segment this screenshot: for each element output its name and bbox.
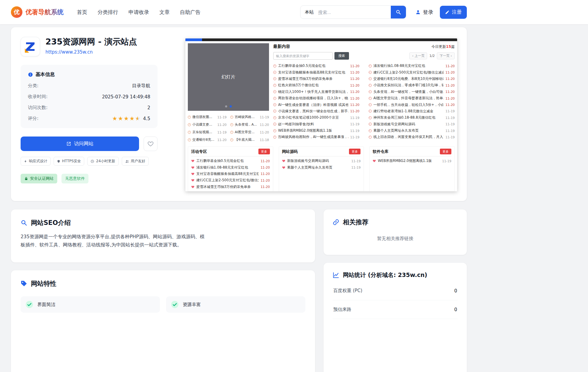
shield-icon xyxy=(57,160,60,163)
stat-label: 百度权重 (PC) xyxy=(333,288,362,294)
preview-article-item: 赵一鸣签到抽零食/饮料 11-19 xyxy=(273,121,360,127)
search-button[interactable] xyxy=(391,5,406,19)
preview-article-item: 蜜雪冰城雪王币抽3万份奶茶免单券 11-20 xyxy=(273,76,360,82)
heart-icon xyxy=(191,179,194,182)
link-dot-icon xyxy=(230,138,233,141)
heart-icon xyxy=(148,141,154,147)
favorite-button[interactable] xyxy=(144,137,158,151)
tag-label: 用户友好 xyxy=(131,159,145,164)
mini-link-text: 宫崎骏风格... xyxy=(235,115,258,119)
article-dot-icon xyxy=(273,97,276,100)
preview-article-item: 两款靠谱全自动游戏搬砖项目，日入1k+，稳... 11-20 xyxy=(273,95,360,101)
article-dot-icon xyxy=(273,90,276,93)
article-date: 11-19 xyxy=(445,129,455,133)
preview-article-item: 小说推文实拍玩法，零成本零门槛10元/单，轻... 11-20 xyxy=(369,82,455,88)
preview-article-item: 红色火箭抽3万个微信红包 11-20 xyxy=(273,82,360,88)
article-title: 支付宝语音唤醒服务抽最高88元支付宝红包 xyxy=(278,70,348,75)
visit-site-button[interactable]: 访问网站 xyxy=(21,137,139,151)
register-button[interactable]: 注册 xyxy=(440,6,467,19)
article-title: 赵一鸣签到抽零食/饮料 xyxy=(278,122,348,127)
slideshow-dot-active xyxy=(230,105,232,107)
software-title: WEB界面RMBG2.0抠图离线1.1版 xyxy=(378,159,440,163)
preview-activity-item: 支付宝语音唤醒服务抽最高88元支付宝红包 11-20 xyxy=(191,171,270,177)
article-dot-icon xyxy=(273,84,276,87)
info-row: 收录时间: 2025-07-29 14:49:48 xyxy=(28,94,150,100)
tag-https: HTTPS安全 xyxy=(54,157,84,166)
info-rows: 分类: 目录导航 收录时间: 2025-07-29 14:49:48 访问次数:… xyxy=(28,83,150,110)
source-date: 11-19 xyxy=(351,166,361,169)
article-dot-icon xyxy=(273,64,276,67)
article-dot-icon xyxy=(273,103,276,106)
activity-title: 支付宝语音唤醒服务抽最高88元支付宝红包 xyxy=(196,172,259,176)
article-title: 交通银行8充10元电费、和8充10元中国移动话费 xyxy=(374,77,444,81)
site-features-card: 网站特性 界面简洁 资源丰富 xyxy=(11,270,315,372)
link-dot-icon xyxy=(188,123,191,126)
mini-link-text: 小说爆文赛... xyxy=(192,122,216,127)
lock-icon xyxy=(24,177,28,181)
article-dot-icon xyxy=(273,110,276,113)
nav-link[interactable]: 文章 xyxy=(159,9,170,16)
article-date: 11-20 xyxy=(350,97,360,100)
preview-search-button: 搜索 xyxy=(334,52,349,60)
latest-list-col2: 浦发银行抽1.08-88元支付宝红包 11-20 建行CC豆上架2-500元支付… xyxy=(369,63,455,140)
article-title: 两款靠谱全自动游戏搬砖项目，日入1k+，稳... xyxy=(278,96,348,100)
nav-right-group: 本站 登录 注册 xyxy=(300,5,467,19)
search-icon xyxy=(396,9,401,15)
preview-article-item: 头条变现，AI一键改写，一键查重，小白可做... 11-20 xyxy=(369,89,455,95)
info-icon xyxy=(28,72,33,77)
search-input[interactable] xyxy=(318,6,391,18)
article-title: 宫崎骏风格动画制作，AI一键生成流量暴涨，... xyxy=(278,135,348,139)
article-title: 一部手机，当天出收益，轻松日入5张+，小白... xyxy=(374,103,444,107)
preview-article-item: 浦发银行抽1.08-88元支付宝红包 11-20 xyxy=(369,63,455,69)
article-dot-icon xyxy=(369,129,372,132)
preview-article-item: WEB界面RMBG2.0抠图离线1.1版 11-19 xyxy=(273,127,360,134)
article-date: 11-20 xyxy=(445,90,455,94)
info-row-value: 2025-07-29 14:49:48 xyxy=(102,94,150,100)
tag-label: 24小时更新 xyxy=(96,159,115,164)
register-label: 注册 xyxy=(452,9,462,15)
software-date: 11-19 xyxy=(442,159,452,163)
feature-tags: 响应式设计 HTTPS安全 24小时更新 用户友好 xyxy=(21,157,158,166)
heart-icon xyxy=(191,159,194,163)
slideshow-dots xyxy=(225,105,232,107)
article-title: AI一键生成全套赛道（法律）科普视频 或其他赛... xyxy=(278,103,348,107)
tag-responsive: 响应式设计 xyxy=(21,157,51,166)
login-link[interactable]: 登录 xyxy=(415,9,433,16)
nav-link[interactable]: 首页 xyxy=(77,9,87,16)
brand-logo[interactable]: 优 优著导航系统 xyxy=(11,6,64,18)
article-title: 红色火箭抽3万个微信红包 xyxy=(278,83,348,87)
link-dot-icon xyxy=(188,138,191,141)
preview-source-item: 素颜个人主页网址永久发布页 11-19 xyxy=(282,164,361,170)
source-title: 新版游戏账号交易网站源码 xyxy=(287,159,350,163)
stats-heading: 网站统计 (分析域名: 235w.cn) xyxy=(343,271,427,279)
article-date: 11-20 xyxy=(350,84,360,87)
heart-icon xyxy=(282,166,285,169)
preview-article-item: 京东小红书发笔记领1000-2000个京豆 11-19 xyxy=(273,114,360,121)
article-date: 11-20 xyxy=(350,64,360,68)
basic-info-heading: 基本信息 xyxy=(35,71,55,78)
mini-link-date: 11-20 xyxy=(217,138,227,142)
site-preview-screenshot[interactable]: 幻灯片 微信朋友圈... xyxy=(185,38,457,191)
site-url-link[interactable]: https://www.235w.cn xyxy=(45,49,93,55)
activity-date: 11-20 xyxy=(261,166,270,169)
info-row: 访问次数: 2 xyxy=(28,105,150,110)
site-logo xyxy=(21,37,40,56)
brand-badge-icon: 优 xyxy=(11,6,22,18)
search-scope-select[interactable]: 本站 xyxy=(301,9,318,15)
nav-link[interactable]: 自助广告 xyxy=(180,9,201,16)
site-summary: 235资源网网 - 演示站点 https://www.235w.cn 基本信息 … xyxy=(21,37,158,191)
preview-software-item: WEB界面RMBG2.0抠图离线1.1版 11-19 xyxy=(373,158,451,164)
preview-article-item: 支付宝语音唤醒服务抽最高88元支付宝红包 11-20 xyxy=(273,69,360,75)
activity-title: 浦发银行抽1.08-88元支付宝红包 xyxy=(196,165,259,170)
preview-pagination: ‹ 上一页 1/2 下一页 › xyxy=(409,52,455,59)
slideshow-dot xyxy=(225,105,227,107)
top-navbar: 优 优著导航系统 首页 分类排行 申请收录 文章 自助广告 本站 xyxy=(0,0,588,24)
stat-label: 预估来路 xyxy=(333,307,351,312)
mini-link-text: 微信朋友圈... xyxy=(192,115,216,119)
preview-mini-link: 宫崎骏风格... 11-19 xyxy=(230,115,269,119)
section-heading: 软件仓库 xyxy=(373,149,388,154)
activity-date: 11-20 xyxy=(261,159,270,163)
nav-link[interactable]: 申请收录 xyxy=(128,9,149,16)
nav-link[interactable]: 分类排行 xyxy=(98,9,118,16)
page-indicator: 1/2 xyxy=(429,54,435,58)
